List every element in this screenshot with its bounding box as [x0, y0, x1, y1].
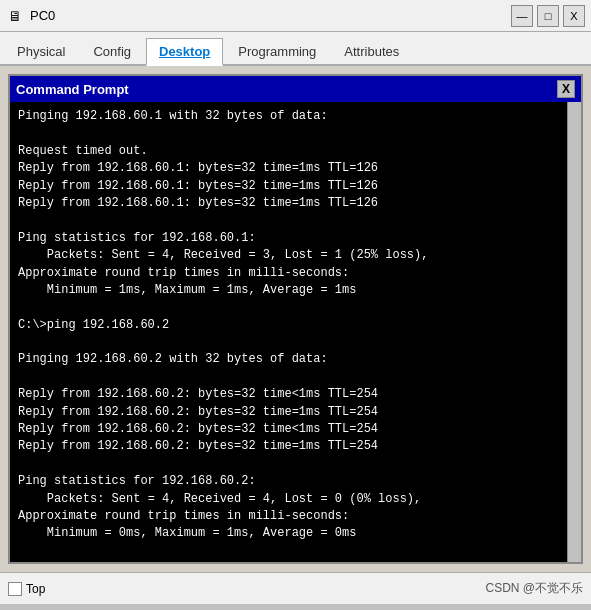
tab-physical[interactable]: Physical [4, 38, 78, 66]
close-button[interactable]: X [563, 5, 585, 27]
window-title: PC0 [30, 8, 511, 23]
window-icon: 🖥 [6, 7, 24, 25]
cmd-close-button[interactable]: X [557, 80, 575, 98]
status-left: Top [8, 582, 45, 596]
cmd-title: Command Prompt [16, 82, 557, 97]
tab-attributes[interactable]: Attributes [331, 38, 412, 66]
tab-programming[interactable]: Programming [225, 38, 329, 66]
cmd-titlebar: Command Prompt X [10, 76, 581, 102]
title-bar: 🖥 PC0 — □ X [0, 0, 591, 32]
minimize-button[interactable]: — [511, 5, 533, 27]
tab-bar: Physical Config Desktop Programming Attr… [0, 32, 591, 66]
status-right: CSDN @不觉不乐 [485, 580, 583, 597]
cmd-output: Pinging 192.168.60.1 with 32 bytes of da… [18, 108, 559, 562]
cmd-scrollbar[interactable] [567, 102, 581, 562]
tab-desktop[interactable]: Desktop [146, 38, 223, 66]
cmd-body[interactable]: Pinging 192.168.60.1 with 32 bytes of da… [10, 102, 567, 562]
window-controls: — □ X [511, 5, 585, 27]
status-bar: Top CSDN @不觉不乐 [0, 572, 591, 604]
command-prompt-window: Command Prompt X Pinging 192.168.60.1 wi… [8, 74, 583, 564]
main-content: Command Prompt X Pinging 192.168.60.1 wi… [0, 66, 591, 572]
status-checkbox[interactable] [8, 582, 22, 596]
maximize-button[interactable]: □ [537, 5, 559, 27]
tab-config[interactable]: Config [80, 38, 144, 66]
cmd-content-row: Pinging 192.168.60.1 with 32 bytes of da… [10, 102, 581, 562]
status-label: Top [26, 582, 45, 596]
